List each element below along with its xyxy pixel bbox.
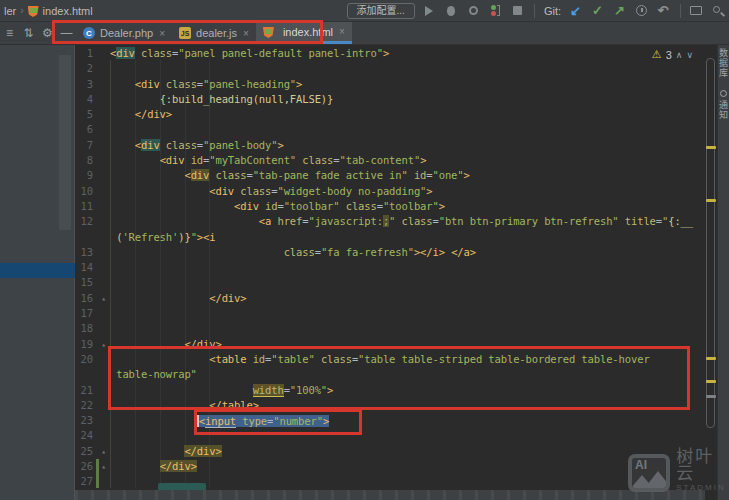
- js-file-icon: JS: [179, 27, 191, 39]
- tool-window-label: 通知: [717, 100, 729, 120]
- line-number: 20: [75, 352, 97, 367]
- warning-icon: ⚠: [652, 48, 662, 61]
- tool-window-button[interactable]: 数据库: [717, 48, 729, 78]
- code-line: 21 width="100%">: [75, 383, 705, 398]
- tab-index-html[interactable]: index.html ×: [256, 22, 352, 44]
- git-commit-icon[interactable]: ✓: [590, 3, 605, 18]
- search-everywhere-icon[interactable]: [710, 3, 725, 18]
- close-icon[interactable]: ×: [339, 26, 345, 37]
- line-number: 3: [75, 77, 97, 92]
- line-number: 26: [75, 459, 97, 474]
- tab-label: dealer.js: [196, 27, 237, 39]
- code-line: 6: [75, 122, 705, 137]
- git-push-icon[interactable]: ↗: [612, 3, 627, 18]
- tab-label: Dealer.php: [100, 27, 153, 39]
- line-number: 27: [75, 474, 97, 489]
- scrollbar-thumb[interactable]: [706, 58, 715, 428]
- error-stripe[interactable]: [705, 45, 717, 500]
- code-line: 7 <div class="panel-body">: [75, 138, 705, 153]
- code-line: 17: [75, 306, 705, 321]
- line-number: 17: [75, 306, 97, 321]
- git-label: Git:: [544, 5, 561, 17]
- code-line: 26▴ </div>: [75, 459, 705, 474]
- coverage-icon[interactable]: [466, 3, 481, 18]
- line-number: 23: [75, 413, 97, 428]
- line-number: 5: [75, 107, 97, 122]
- close-icon[interactable]: ×: [243, 28, 249, 39]
- code-line: 19▴ </div>: [75, 337, 705, 352]
- close-icon[interactable]: ×: [159, 28, 165, 39]
- toolbar-divider: [534, 4, 535, 18]
- stripe-mark[interactable]: [706, 357, 716, 360]
- rollback-icon[interactable]: ↷: [656, 3, 671, 18]
- git-update-icon[interactable]: ↙: [568, 3, 583, 18]
- breadcrumb-file[interactable]: index.html: [43, 5, 93, 17]
- code-editor[interactable]: 1<div class="panel panel-default panel-i…: [75, 45, 705, 500]
- line-number: 2: [75, 61, 97, 76]
- chevron-up-icon[interactable]: ∧: [676, 50, 683, 60]
- change-marker: [96, 459, 99, 488]
- watermark-logo: AI: [628, 454, 670, 492]
- stop-icon[interactable]: [510, 3, 525, 18]
- run-icon[interactable]: [422, 3, 437, 18]
- fold-icon[interactable]: ▴: [97, 291, 110, 306]
- line-number: 8: [75, 153, 97, 168]
- line-number: 21: [75, 383, 97, 398]
- tab-dealer-php[interactable]: C Dealer.php ×: [76, 22, 172, 44]
- history-icon[interactable]: [634, 3, 649, 18]
- title-bar: ler › index.html 添加配置... Git: ↙ ✓ ↗ ↷: [0, 0, 729, 22]
- fold-icon[interactable]: ▴: [97, 337, 110, 352]
- debug-icon[interactable]: [444, 3, 459, 18]
- project-selected-row[interactable]: [0, 263, 75, 278]
- sort-tabs-icon[interactable]: ⇅: [19, 22, 38, 44]
- monitor-icon[interactable]: [688, 3, 703, 18]
- code-line: 14: [75, 260, 705, 275]
- inspection-widget[interactable]: ⚠ 3 ∧ ∨: [652, 48, 693, 61]
- code-line: 12 <a href="javascript:;" class="btn btn…: [75, 214, 705, 229]
- toolbar-divider: [680, 4, 681, 18]
- watermark-title: 树叶云: [676, 448, 729, 482]
- line-number: [75, 230, 97, 245]
- chevron-down-icon[interactable]: ∨: [686, 50, 693, 60]
- html-file-icon: [28, 6, 39, 17]
- tool-window-button[interactable]: 通知: [717, 90, 729, 120]
- php-class-icon: C: [83, 27, 95, 39]
- structure-icon[interactable]: ≡: [0, 22, 19, 44]
- project-panel[interactable]: [0, 45, 75, 500]
- right-tool-strip: 数据库通知: [717, 45, 729, 500]
- line-number: 7: [75, 138, 97, 153]
- tab-dealer-js[interactable]: JS dealer.js ×: [172, 22, 256, 44]
- code-line: 9 <div class="tab-pane fade active in" i…: [75, 168, 705, 183]
- stripe-mark[interactable]: [706, 395, 716, 398]
- code-line: 23 <input type="number">: [75, 413, 705, 428]
- line-number: 6: [75, 122, 97, 137]
- watermark-subtitle: STADMIN: [676, 484, 729, 492]
- stripe-mark[interactable]: [706, 199, 716, 202]
- horizontal-scrollbar[interactable]: [75, 490, 705, 500]
- code-line: 8 <div id="myTabContent" class="tab-cont…: [75, 153, 705, 168]
- line-number: 18: [75, 321, 97, 336]
- code-line: table-nowrap": [75, 367, 705, 382]
- code-line: 10 <div class="widget-body no-padding">: [75, 184, 705, 199]
- line-number: 15: [75, 275, 97, 290]
- line-number: 14: [75, 260, 97, 275]
- fold-icon[interactable]: ▴: [97, 444, 110, 459]
- add-configuration-button[interactable]: 添加配置...: [347, 3, 415, 19]
- stripe-mark[interactable]: [706, 380, 716, 383]
- line-number: 22: [75, 398, 97, 413]
- html-file-icon: [263, 27, 274, 38]
- line-number: [75, 367, 97, 382]
- warning-count: 3: [666, 49, 672, 61]
- stripe-mark[interactable]: [706, 146, 716, 149]
- line-number: 19: [75, 337, 97, 352]
- line-number: 24: [75, 428, 97, 443]
- code-line: 2: [75, 61, 705, 76]
- breadcrumb-project[interactable]: ler: [4, 5, 16, 17]
- line-number: 4: [75, 92, 97, 107]
- hide-panel-icon[interactable]: —: [57, 22, 76, 44]
- profiler-icon[interactable]: [488, 3, 503, 18]
- project-panel-scrollbar[interactable]: [59, 55, 71, 230]
- code-line: 13 class="fa fa-refresh"></i> </a>: [75, 245, 705, 260]
- gear-icon[interactable]: ⚙: [38, 22, 57, 44]
- code-line: ('Refresh')}"><i: [75, 230, 705, 245]
